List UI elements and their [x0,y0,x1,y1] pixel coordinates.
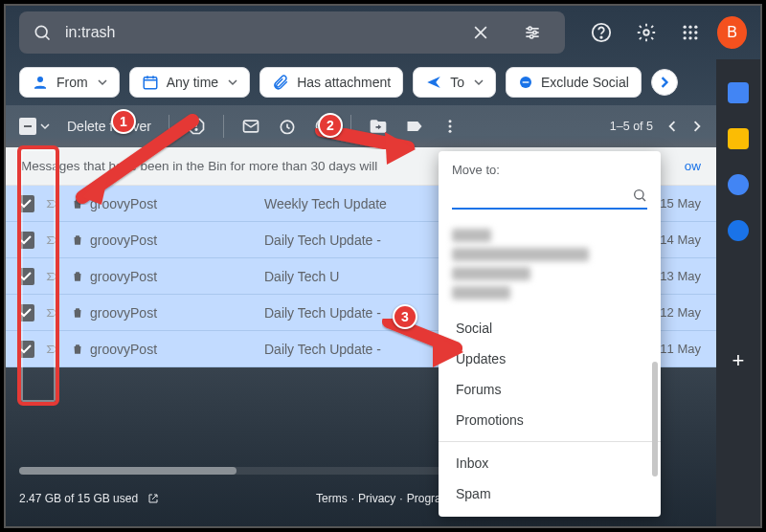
chevron-down-icon [474,78,484,87]
svg-point-13 [683,26,686,29]
filter-chip-anytime[interactable]: Any time [129,67,250,98]
svg-point-37 [448,125,451,128]
row-sender: groovyPost [71,269,253,284]
row-checkbox[interactable] [17,268,34,285]
svg-point-39 [635,190,643,199]
chevron-down-icon [40,122,50,131]
divider [350,115,351,138]
row-sender: groovyPost [71,342,253,357]
svg-rect-23 [144,78,157,89]
prev-page-icon[interactable] [666,121,678,132]
filter-chip-to[interactable]: To [413,67,496,98]
move-to-icon[interactable] [369,117,388,136]
popover-header: Move to: [439,163,661,183]
svg-point-32 [195,129,197,131]
svg-line-1 [46,36,50,40]
svg-point-14 [688,26,691,29]
chevron-down-icon [228,78,237,87]
chip-label: Exclude Social [541,75,629,90]
account-avatar[interactable]: B [717,16,747,49]
filter-chip-attachment[interactable]: Has attachment [259,67,403,98]
search-bar[interactable] [19,11,565,54]
rail-calendar-icon[interactable] [728,82,749,103]
empty-bin-link[interactable]: ow [685,159,701,173]
svg-point-7 [529,27,531,30]
svg-line-40 [642,198,645,201]
page-count: 1–5 of 5 [610,120,653,133]
row-date: 15 May [660,196,705,211]
rail-add-icon[interactable]: + [732,348,745,373]
svg-point-19 [683,36,686,39]
footer-link[interactable]: Privacy [358,492,395,505]
row-date: 12 May [660,305,705,320]
settings-gear-icon[interactable] [628,13,663,52]
move-to-popover: Move to: SocialUpdatesForumsPromotions I… [439,151,661,517]
clear-search-icon[interactable] [462,13,500,52]
svg-point-16 [683,31,686,33]
notice-text: Messages that have been in the Bin for m… [21,159,377,173]
mark-unread-icon[interactable] [241,117,260,136]
trash-icon [71,233,84,247]
help-icon[interactable] [584,13,619,52]
trash-icon [71,197,84,211]
row-date: 13 May [660,269,705,283]
important-marker-icon[interactable] [46,233,59,247]
filter-chip-from[interactable]: From [19,67,120,98]
filter-chip-exclude-social[interactable]: Exclude Social [506,67,642,98]
move-to-item[interactable]: Updates [439,344,661,374]
footer-link[interactable]: Terms [316,492,348,505]
move-to-item[interactable]: Forums [439,374,661,405]
search-input[interactable] [65,24,448,41]
snooze-icon[interactable] [278,117,297,136]
delete-forever-button[interactable]: Delete forever [67,119,151,134]
row-date: 14 May [660,233,705,247]
rail-tasks-icon[interactable] [728,174,749,195]
important-marker-icon[interactable] [46,197,59,211]
svg-point-0 [35,26,47,37]
search-options-icon[interactable] [513,13,552,52]
trash-icon [71,306,84,320]
move-to-item[interactable]: Spam [439,478,661,509]
important-marker-icon[interactable] [46,306,59,320]
chevron-down-icon [98,78,107,87]
add-task-icon[interactable] [314,117,333,136]
more-icon[interactable] [441,118,459,135]
rail-contacts-icon[interactable] [728,220,749,241]
svg-point-35 [316,120,330,134]
row-checkbox[interactable] [17,232,34,249]
chip-scroll-right[interactable] [651,69,678,96]
row-checkbox[interactable] [17,341,34,358]
important-marker-icon[interactable] [46,270,59,283]
svg-point-17 [688,31,691,33]
row-checkbox[interactable] [17,195,34,212]
svg-point-12 [643,30,649,35]
important-marker-icon[interactable] [46,343,59,356]
svg-point-8 [533,31,536,33]
move-to-search-input[interactable] [452,188,632,203]
row-checkbox[interactable] [17,304,34,321]
svg-rect-29 [24,125,32,127]
search-icon [632,188,647,203]
popover-scrollbar[interactable] [652,362,658,477]
labels-icon[interactable] [405,117,424,136]
side-panel: + [716,59,760,526]
move-to-item[interactable]: Social [439,313,661,344]
apps-grid-icon[interactable] [673,13,708,52]
chip-label: Any time [167,75,218,90]
trash-icon [71,343,84,356]
storage-external-icon[interactable] [147,493,159,504]
search-icon [33,23,52,42]
select-all-checkbox[interactable] [19,118,50,135]
move-to-item[interactable]: Inbox [439,448,661,478]
report-spam-icon[interactable] [187,117,206,136]
svg-point-38 [448,130,451,133]
svg-point-36 [448,120,451,122]
chip-label: From [56,75,88,90]
chip-label: To [450,75,464,90]
next-page-icon[interactable] [691,121,703,132]
rail-keep-icon[interactable] [728,128,749,149]
svg-point-15 [694,26,697,29]
svg-point-22 [37,77,43,82]
move-to-item[interactable]: Promotions [439,405,661,435]
chip-label: Has attachment [297,75,391,90]
